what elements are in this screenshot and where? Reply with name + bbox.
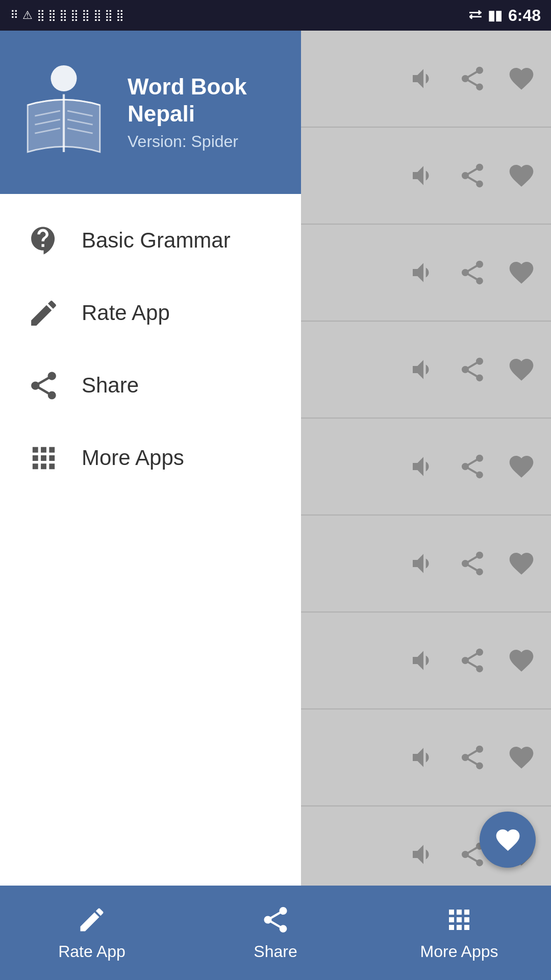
tab-more-apps[interactable]: More Apps xyxy=(367,886,551,980)
heart-icon xyxy=(507,549,536,578)
notification-icon: ⠿ xyxy=(10,9,18,22)
share-icon xyxy=(458,452,487,481)
share-tab-label: Share xyxy=(254,942,297,961)
status-bar: ⠿ ⚠ ⣿ ⣿ ⣿ ⣿ ⣿ ⣿ ⣿ ⣿ ⮂ ▮▮ 6:48 xyxy=(0,0,551,31)
bottom-tabbar: Rate App Share More Apps xyxy=(0,886,551,980)
heart-filled-icon xyxy=(494,826,522,854)
volume-icon xyxy=(409,646,438,675)
rate-tab-icon xyxy=(77,904,107,937)
share-tab-icon xyxy=(260,904,291,937)
favorite-floating-button[interactable] xyxy=(480,812,536,868)
volume-icon xyxy=(409,258,438,287)
volume-icon xyxy=(409,743,438,772)
menu-item-more-apps[interactable]: More Apps xyxy=(0,422,301,494)
heart-icon xyxy=(507,355,536,384)
volume-icon xyxy=(409,840,438,869)
panel-header: Word Book Nepali Version: Spider xyxy=(0,31,301,194)
tab-rate-app[interactable]: Rate App xyxy=(0,886,184,980)
more-apps-tab-icon xyxy=(444,904,474,937)
share-menu-icon xyxy=(26,368,61,403)
basic-grammar-label: Basic Grammar xyxy=(82,228,231,253)
menu-item-share[interactable]: Share xyxy=(0,349,301,422)
share-icon xyxy=(458,646,487,675)
app-logo xyxy=(20,56,107,168)
heart-icon xyxy=(507,161,536,190)
battery-icon: ▮▮ xyxy=(488,8,502,23)
rate-app-tab-label: Rate App xyxy=(58,942,126,961)
signal-icons: ⣿ ⣿ ⣿ ⣿ ⣿ ⣿ ⣿ ⣿ xyxy=(37,9,124,22)
app-version: Version: Spider xyxy=(128,132,281,151)
volume-icon xyxy=(409,355,438,384)
menu-item-rate-app[interactable]: Rate App xyxy=(0,277,301,349)
share-label: Share xyxy=(82,373,139,398)
heart-icon xyxy=(507,64,536,93)
heart-icon xyxy=(507,452,536,481)
heart-icon xyxy=(507,646,536,675)
heart-icon xyxy=(507,743,536,772)
clock: 6:48 xyxy=(508,6,541,25)
app-title: Word Book Nepali xyxy=(128,74,281,128)
rate-app-label: Rate App xyxy=(82,301,170,325)
warning-icon: ⚠ xyxy=(22,9,33,22)
share-icon xyxy=(458,258,487,287)
status-bar-right-icons: ⮂ ▮▮ 6:48 xyxy=(468,6,541,25)
tab-share[interactable]: Share xyxy=(184,886,367,980)
menu-list: Basic Grammar Rate App Share xyxy=(0,194,301,929)
grammar-icon xyxy=(26,223,61,258)
more-apps-icon xyxy=(26,440,61,476)
share-icon xyxy=(458,549,487,578)
svg-point-0 xyxy=(51,65,77,91)
volume-icon xyxy=(409,549,438,578)
menu-item-basic-grammar[interactable]: Basic Grammar xyxy=(0,204,301,277)
app-info: Word Book Nepali Version: Spider xyxy=(128,74,281,152)
side-menu-panel: Word Book Nepali Version: Spider Basic G… xyxy=(0,31,301,929)
rate-icon xyxy=(26,295,61,331)
heart-icon xyxy=(507,258,536,287)
share-icon xyxy=(458,743,487,772)
share-icon xyxy=(458,161,487,190)
share-icon xyxy=(458,355,487,384)
status-bar-left-icons: ⠿ ⚠ ⣿ ⣿ ⣿ ⣿ ⣿ ⣿ ⣿ ⣿ xyxy=(10,9,124,22)
share-icon xyxy=(458,64,487,93)
more-apps-tab-label: More Apps xyxy=(420,942,498,961)
volume-icon xyxy=(409,452,438,481)
bluetooth-icon: ⮂ xyxy=(468,8,482,23)
volume-icon xyxy=(409,161,438,190)
more-apps-label: More Apps xyxy=(82,446,184,470)
volume-icon xyxy=(409,64,438,93)
